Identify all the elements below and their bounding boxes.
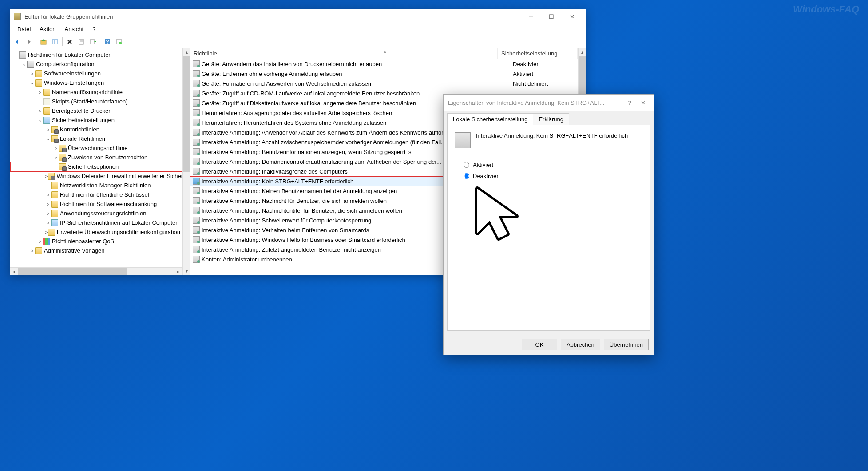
up-button[interactable] <box>38 36 49 47</box>
policy-item-icon <box>193 178 200 185</box>
tree-item-label: Windows Defender Firewall mit erweiterte… <box>56 173 182 179</box>
menu-help[interactable]: ? <box>88 24 100 34</box>
tree-twisty[interactable]: > <box>45 230 48 235</box>
export-button[interactable] <box>87 36 98 47</box>
tree-item[interactable]: Richtlinien für Lokaler Computer <box>10 50 182 59</box>
tree-twisty[interactable]: > <box>45 127 51 132</box>
tree-item[interactable]: >Windows Defender Firewall mit erweitert… <box>10 171 182 181</box>
tree-item[interactable]: >Namensauflösungsrichtlinie <box>10 87 182 97</box>
column-header-richtlinie[interactable]: Richtlinie <box>190 48 498 59</box>
show-hide-tree-button[interactable] <box>50 36 60 47</box>
tab-local-security[interactable]: Lokale Sicherheitseinstellung <box>447 113 533 125</box>
svg-rect-0 <box>41 40 46 44</box>
tree-item[interactable]: >Richtlinien für öffentliche Schlüssel <box>10 190 182 199</box>
tree-item[interactable]: >Bereitgestellte Drucker <box>10 106 182 115</box>
tree-item[interactable]: >Überwachungsrichtlinie <box>10 143 182 153</box>
tree-item[interactable]: ⌄Windows-Einstellungen <box>10 78 182 87</box>
scroll-up-button[interactable]: ▴ <box>579 48 586 56</box>
policy-row[interactable]: Geräte: Anwendern das Installieren von D… <box>190 59 578 69</box>
folder-icon <box>35 79 42 87</box>
tree-twisty[interactable]: > <box>45 192 51 198</box>
scroll-thumb[interactable] <box>183 56 190 172</box>
minimize-button[interactable]: ─ <box>521 10 541 23</box>
tree-twisty[interactable]: > <box>37 239 43 244</box>
cancel-button[interactable]: Abbrechen <box>561 339 600 350</box>
scroll-thumb[interactable] <box>18 268 127 275</box>
help-button[interactable]: ? <box>102 36 113 47</box>
tree-twisty[interactable]: > <box>29 248 35 253</box>
tree-item[interactable]: >Anwendungssteuerungsrichtlinien <box>10 209 182 218</box>
tree-item[interactable]: ⌄Computerkonfiguration <box>10 59 182 69</box>
dialog-help-button[interactable]: ? <box>623 99 636 106</box>
delete-button[interactable] <box>64 36 75 47</box>
tree-twisty[interactable]: > <box>45 220 51 226</box>
policy-item-icon <box>193 109 200 116</box>
tree-twisty[interactable]: > <box>45 211 51 216</box>
tree-twisty[interactable]: > <box>37 90 43 95</box>
policy-row[interactable]: Geräte: Formatieren und Auswerfen von We… <box>190 79 578 88</box>
tree-item[interactable]: >Kontorichtlinien <box>10 125 182 134</box>
tree-hscrollbar[interactable]: ◂ ▸ <box>10 267 182 275</box>
tree-vscrollbar[interactable]: ▴ ▾ <box>182 48 190 275</box>
radio-aktiviert[interactable]: Aktiviert <box>464 162 643 168</box>
tree-item[interactable]: Sicherheitsoptionen <box>10 162 182 171</box>
forward-button[interactable] <box>24 36 34 47</box>
policy-item-icon <box>193 246 200 253</box>
tree-twisty[interactable]: > <box>37 108 43 114</box>
tree-item[interactable]: Netzwerklisten-Manager-Richtlinien <box>10 181 182 190</box>
menu-aktion[interactable]: Aktion <box>35 24 60 34</box>
radio-aktiviert-label: Aktiviert <box>473 162 493 168</box>
policy-item-icon <box>193 256 200 263</box>
app-icon <box>14 13 21 20</box>
tree-item[interactable]: >IP-Sicherheitsrichtlinien auf Lokaler C… <box>10 218 182 227</box>
tree-item[interactable]: ⌄Sicherheitseinstellungen <box>10 115 182 125</box>
svg-text:?: ? <box>106 38 109 45</box>
ok-button[interactable]: OK <box>522 339 557 350</box>
toolbar-separator <box>100 37 100 46</box>
menu-datei[interactable]: Datei <box>13 24 35 34</box>
close-button[interactable]: ✕ <box>562 10 582 23</box>
tree-twisty[interactable]: > <box>53 155 59 160</box>
scroll-down-button[interactable]: ▾ <box>183 267 190 275</box>
tree-item[interactable]: >Administrative Vorlagen <box>10 246 182 255</box>
tree-twisty[interactable]: ⌄ <box>45 136 51 142</box>
tree-item[interactable]: >Richtlinienbasierter QoS <box>10 237 182 246</box>
tree-item[interactable]: >Zuweisen von Benutzerrechten <box>10 153 182 162</box>
folder-icon <box>35 247 42 254</box>
radio-deaktiviert[interactable]: Deaktiviert <box>464 173 643 179</box>
tree-twisty[interactable]: ⌄ <box>21 61 27 67</box>
dialog-body: Interaktive Anmeldung: Kein STRG+ALT+ENT… <box>447 125 650 331</box>
radio-aktiviert-input[interactable] <box>464 162 469 168</box>
radio-deaktiviert-input[interactable] <box>464 173 469 179</box>
tree-item[interactable]: >Erweiterte Überwachungsrichtlinienkonfi… <box>10 227 182 237</box>
tree-twisty[interactable]: > <box>45 202 51 207</box>
properties-button[interactable] <box>76 36 87 47</box>
maximize-button[interactable]: ☐ <box>541 10 562 23</box>
scroll-left-button[interactable]: ◂ <box>10 268 18 275</box>
column-header-sicherheitseinstellung[interactable]: Sicherheitseinstellung <box>498 48 578 59</box>
tab-explanation[interactable]: Erklärung <box>533 113 569 125</box>
tree-item[interactable]: Skripts (Start/Herunterfahren) <box>10 97 182 106</box>
tree-item[interactable]: >Softwareeinstellungen <box>10 69 182 78</box>
policy-item-icon <box>193 60 200 67</box>
apply-button[interactable]: Übernehmen <box>604 339 649 350</box>
dialog-title: Eigenschaften von Interaktive Anmeldung:… <box>448 99 623 106</box>
tree-twisty[interactable]: ⌄ <box>37 117 43 123</box>
tree-twisty[interactable]: ⌄ <box>29 80 35 86</box>
tree-twisty[interactable]: > <box>53 146 59 151</box>
filter-button[interactable] <box>114 36 124 47</box>
scroll-right-button[interactable]: ▸ <box>174 268 182 275</box>
menu-ansicht[interactable]: Ansicht <box>60 24 88 34</box>
policy-tree[interactable]: Richtlinien für Lokaler Computer⌄Compute… <box>10 48 182 257</box>
policy-row[interactable]: Geräte: Entfernen ohne vorherige Anmeldu… <box>190 69 578 79</box>
policy-value: Aktiviert <box>509 71 578 77</box>
policy-item-icon <box>193 119 200 126</box>
scroll-up-button[interactable]: ▴ <box>183 48 190 56</box>
back-button[interactable] <box>12 36 23 47</box>
tree-item[interactable]: >Richtlinien für Softwareeinschränkung <box>10 199 182 209</box>
tree-item-label: Zuweisen von Benutzerrechten <box>68 154 147 161</box>
tree-twisty[interactable]: > <box>29 71 35 76</box>
tree-item[interactable]: ⌄Lokale Richtlinien <box>10 134 182 143</box>
tree-item-label: Kontorichtlinien <box>60 126 99 133</box>
dialog-close-button[interactable]: ✕ <box>636 99 650 106</box>
